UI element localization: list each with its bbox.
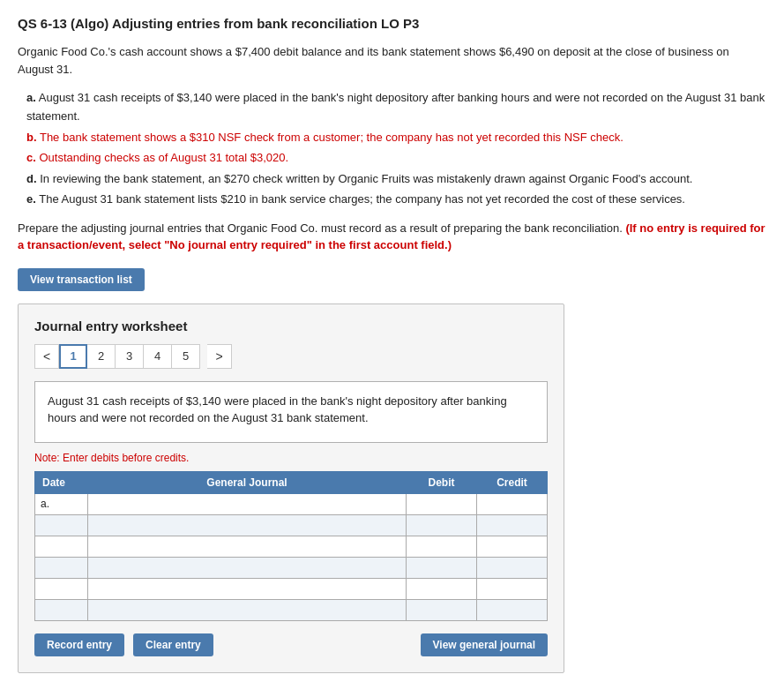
point-a-text: August 31 cash receipts of $3,140 were p… [26,91,765,123]
table-row-3-credit[interactable] [477,557,548,578]
table-row-3-date [35,557,88,578]
point-d-label: d. [26,172,37,185]
table-row-5-debit[interactable] [407,599,477,620]
table-row-1-debit[interactable] [407,514,477,536]
table-row-4-date [35,578,88,599]
points-list: a. August 31 cash receipts of $3,140 wer… [26,88,766,209]
table-row-2-account[interactable] [88,536,407,557]
pagination: < 1 2 3 4 5 > [34,344,548,369]
record-entry-button[interactable]: Record entry [34,633,124,656]
point-a-label: a. [26,91,36,104]
table-row-2-credit[interactable] [477,536,548,557]
table-row-5-account[interactable] [88,599,407,620]
credit-header: Credit [477,471,548,493]
account-input-4[interactable] [88,579,406,599]
point-c-label: c. [26,151,36,164]
account-input-3[interactable] [88,558,406,578]
table-row-2-debit[interactable] [407,536,477,557]
point-b: b. The bank statement shows a $310 NSF c… [26,128,766,146]
point-c: c. Outstanding checks as of August 31 to… [26,148,766,167]
page-nums-group: 1 2 3 4 5 [59,344,200,369]
credit-input-3[interactable] [477,558,547,578]
table-row-5-credit[interactable] [477,599,548,620]
table-row-0-date: a. [35,493,88,514]
table-row-1-account[interactable] [88,514,407,536]
debit-input-1[interactable] [407,515,476,536]
journal-entry-worksheet: Journal entry worksheet < 1 2 3 4 5 > Au… [18,304,564,673]
table-row-0-credit[interactable] [477,493,548,514]
debit-input-5[interactable] [407,600,476,620]
point-e-text: The August 31 bank statement lists $210 … [39,192,685,206]
transaction-description: August 31 cash receipts of $3,140 were p… [34,381,548,443]
point-e: e. The August 31 bank statement lists $2… [26,190,766,208]
account-input-1[interactable] [88,515,406,536]
bottom-buttons: Record entry Clear entry View general jo… [34,633,548,656]
page-5-button[interactable]: 5 [172,344,200,369]
debit-input-4[interactable] [407,579,476,599]
prepare-text: Prepare the adjusting journal entries th… [18,220,766,254]
journal-table: Date General Journal Debit Credit a. [34,471,548,621]
page-title: QS 6-13 (Algo) Adjusting entries from ba… [18,16,766,31]
note-text: Note: Enter debits before credits. [34,452,548,464]
page-3-button[interactable]: 3 [116,344,144,369]
point-d-text: In reviewing the bank statement, an $270… [40,172,692,185]
table-row-2-date [35,536,88,557]
credit-input-5[interactable] [477,600,547,620]
view-transaction-button[interactable]: View transaction list [18,268,145,291]
debit-input-2[interactable] [407,536,476,557]
view-general-journal-button[interactable]: View general journal [421,633,548,656]
point-b-label: b. [26,131,37,144]
point-c-text: Outstanding checks as of August 31 total… [39,151,288,164]
general-journal-header: General Journal [88,471,407,493]
point-b-text: The bank statement shows a $310 NSF chec… [40,131,623,144]
prev-page-button[interactable]: < [34,344,59,369]
credit-input-1[interactable] [477,515,547,536]
table-row-1-date [35,514,88,536]
table-row-4-debit[interactable] [407,578,477,599]
table-row-4-account[interactable] [88,578,407,599]
page-4-button[interactable]: 4 [144,344,172,369]
point-e-label: e. [26,192,36,206]
page-2-button[interactable]: 2 [87,344,116,369]
credit-input-2[interactable] [477,536,547,557]
table-row-5-date [35,599,88,620]
pagination-row: < 1 2 3 4 5 > [34,344,548,381]
credit-input-0[interactable] [477,494,547,514]
debit-input-0[interactable] [407,494,476,514]
table-row-3-debit[interactable] [407,557,477,578]
point-a: a. August 31 cash receipts of $3,140 wer… [26,88,766,126]
table-row-0-debit[interactable] [407,493,477,514]
worksheet-title: Journal entry worksheet [34,319,548,334]
account-input-2[interactable] [88,536,406,557]
point-d: d. In reviewing the bank statement, an $… [26,169,766,188]
page-1-button[interactable]: 1 [59,344,87,369]
table-row-3-account[interactable] [88,557,407,578]
intro-text: Organic Food Co.'s cash account shows a … [18,43,766,78]
date-header: Date [35,471,88,493]
credit-input-4[interactable] [477,579,547,599]
next-page-button[interactable]: > [207,344,232,369]
table-row-0-account[interactable] [88,493,407,514]
account-input-5[interactable] [88,600,406,620]
table-row-4-credit[interactable] [477,578,548,599]
table-row-1-credit[interactable] [477,514,548,536]
debit-header: Debit [407,471,477,493]
clear-entry-button[interactable]: Clear entry [133,633,213,656]
prepare-normal: Prepare the adjusting journal entries th… [18,221,623,235]
debit-input-3[interactable] [407,558,476,578]
account-input-0[interactable] [88,494,406,514]
